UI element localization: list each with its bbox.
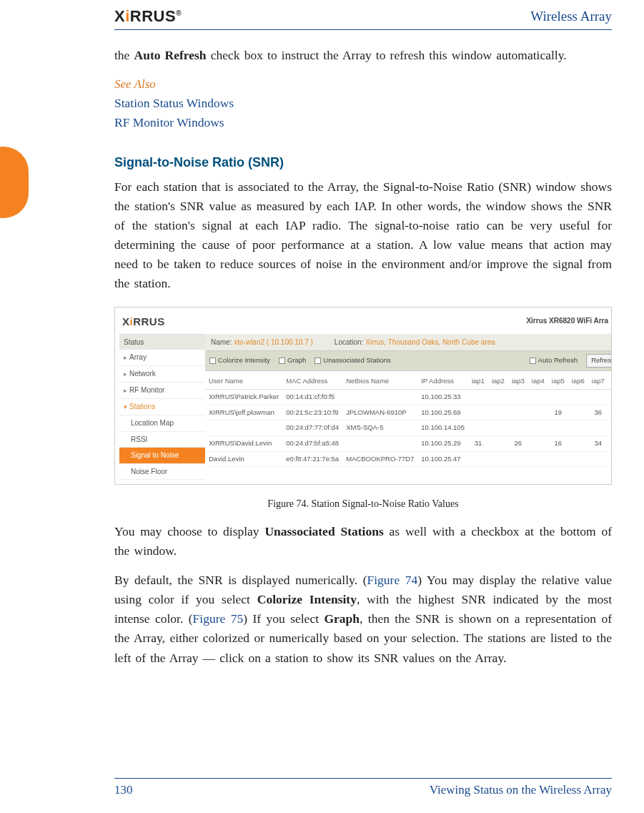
table-row[interactable]: XIRRUS\jeff.plowman00:21:5c:23:10:f9JPLO… (205, 405, 612, 420)
nav-stations[interactable]: ▾Stations (119, 399, 205, 415)
link-fig75[interactable]: Figure 75 (193, 611, 244, 626)
table-row[interactable]: David.Levine0:f8:47:21:7e:5aMACBOOKPRO-7… (205, 451, 612, 467)
page-footer: 130 Viewing Status on the Wireless Array (114, 778, 612, 797)
shot-toolbar: Colorize Intensity Graph Unassociated St… (205, 350, 612, 371)
col-iap2: iap2 (488, 374, 508, 389)
subnav-rssi[interactable]: RSSI (119, 432, 205, 448)
subnav-noisefloor[interactable]: Noise Floor (119, 464, 205, 481)
figure-74: XiRRUS Xirrus XR6820 WiFi Arra Status ▸A… (114, 307, 612, 512)
subnav-snr[interactable]: Signal to Noise (119, 448, 205, 464)
see-also-heading: See Also (114, 75, 612, 94)
shot-infobar: Name: xto-wlan2 ( 10.100.10.7 ) Location… (205, 334, 612, 351)
col-iap4: iap4 (528, 374, 548, 389)
cb-graph[interactable]: Graph (279, 355, 306, 366)
page-number: 130 (114, 783, 133, 797)
cb-colorize[interactable]: Colorize Intensity (209, 355, 270, 366)
nav-network[interactable]: ▸Network (119, 366, 205, 383)
col-user-name: User Name (205, 374, 282, 389)
shot-logo: XiRRUS (122, 313, 165, 330)
section-tab (0, 147, 29, 218)
nav-array[interactable]: ▸Array (119, 350, 205, 366)
col-iap3: iap3 (508, 374, 528, 389)
header-rule: Wireless Array (114, 7, 612, 30)
cb-unassoc[interactable]: Unassociated Stations (314, 355, 391, 366)
refresh-button[interactable]: Refresh (586, 354, 612, 368)
col-iap5: iap5 (548, 374, 568, 389)
col-iap: iap (608, 374, 612, 389)
snr-table: User NameMAC AddressNetbios NameIP Addre… (205, 374, 612, 467)
cb-autorefresh[interactable]: Auto Refresh (530, 355, 578, 366)
col-mac-address: MAC Address (282, 374, 342, 389)
figure-caption: Figure 74. Station Signal-to-Noise Ratio… (114, 496, 612, 512)
col-ip-address: IP Address (417, 374, 468, 389)
col-iap6: iap6 (568, 374, 588, 389)
auto-refresh-term: Auto Refresh (134, 48, 207, 62)
shot-model: Xirrus XR6820 WiFi Arra (526, 315, 608, 327)
after-p2: By default, the SNR is displayed numeric… (114, 571, 612, 668)
subnav-location[interactable]: Location Map (119, 415, 205, 432)
nav-rfmonitor[interactable]: ▸RF Monitor (119, 383, 205, 399)
snr-paragraph: For each station that is associated to t… (114, 177, 612, 294)
col-iap7: iap7 (588, 374, 608, 389)
link-station-status[interactable]: Station Status Windows (114, 94, 612, 112)
screenshot-mock: XiRRUS Xirrus XR6820 WiFi Arra Status ▸A… (114, 307, 612, 486)
table-row[interactable]: XIRRUS\David.Levin00:24:d7:bf:a5:4810.10… (205, 435, 612, 451)
link-fig74[interactable]: Figure 74 (367, 573, 418, 587)
footer-section: Viewing Status on the Wireless Array (430, 783, 612, 797)
header-title: Wireless Array (530, 9, 612, 24)
shot-sidebar: Status ▸Array ▸Network ▸RF Monitor ▾Stat… (119, 334, 205, 480)
nav-header: Status (119, 335, 205, 350)
col-iap1: iap1 (468, 374, 488, 389)
after-p1: You may choose to display Unassociated S… (114, 522, 612, 561)
col-netbios-name: Netbios Name (342, 374, 417, 389)
link-rf-monitor[interactable]: RF Monitor Windows (114, 113, 612, 132)
intro-paragraph: the Auto Refresh check box to instruct t… (114, 46, 612, 65)
table-row[interactable]: XIRRUS\Patrick.Parker00:14:d1:cf:f0:f510… (205, 389, 612, 405)
table-row[interactable]: 00:24:d7:77:0f:d4XMS-SQA-510.100.14.105 (205, 420, 612, 436)
section-heading-snr: Signal-to-Noise Ratio (SNR) (114, 153, 612, 173)
